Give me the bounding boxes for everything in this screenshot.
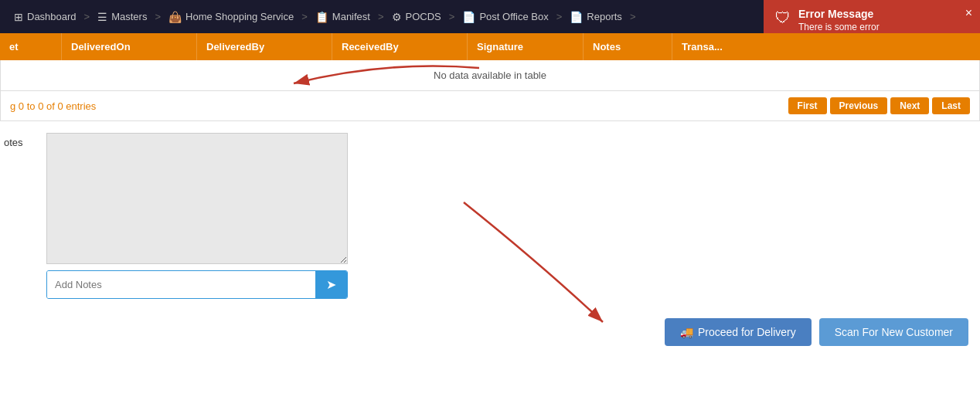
notes-label-text: otes [4,137,23,148]
nav-label-reports: Reports [587,11,622,22]
nav-sep-4: > [376,11,386,22]
manifest-icon: 📋 [315,11,328,23]
action-container: 🚚 Proceed for Delivery Scan For New Cust… [0,310,980,361]
nav-item-post-office[interactable]: 📄 Post Office Box [456,0,554,33]
notes-content-area: ➤ [46,133,348,299]
bag-icon: 👜 [168,11,182,23]
nav-item-home-shopping[interactable]: 👜 Home Shopping Service [162,0,300,33]
nav-sep-3: > [300,11,309,22]
notes-section: otes ➤ [0,121,980,310]
last-button[interactable]: Last [932,97,970,114]
nav-item-pocds[interactable]: ⚙ POCDS [386,0,447,33]
nav-label-home-shopping: Home Shopping Service [185,11,294,22]
error-description: There is some error [798,22,880,32]
notes-input-row: ➤ [46,270,348,299]
col-transaction: Transa... [672,33,980,60]
nav-sep-1: > [83,11,92,22]
col-notes: Notes [584,33,672,60]
col-deliveredby: DeliveredBy [197,33,332,60]
table-empty-message: No data available in table [0,60,980,91]
error-text-container: Error Message There is some error [798,8,880,32]
notes-label: otes [4,133,35,148]
error-close-button[interactable]: × [965,6,972,20]
proceed-delivery-label: Proceed for Delivery [698,326,796,338]
scan-new-customer-button[interactable]: Scan For New Customer [819,318,968,346]
nav-item-masters[interactable]: ☰ Masters [91,0,153,33]
col-receivedby: ReceivedBy [332,33,468,60]
nav-item-dashboard[interactable]: ⊞ Dashboard [8,0,83,33]
error-title: Error Message [798,8,880,20]
col-et: et [0,33,62,60]
notes-input[interactable] [47,271,315,298]
nav-sep-5: > [447,11,457,22]
nav-sep-2: > [153,11,162,22]
nav-label-post-office: Post Office Box [479,11,548,22]
table-header: et DeliveredOn DeliveredBy ReceivedBy Si… [0,33,980,60]
error-message-box: 🛡 Error Message There is some error × [764,0,980,33]
pagination-bar: g 0 to 0 of 0 entries First Previous Nex… [0,91,980,121]
notes-send-button[interactable]: ➤ [315,271,347,298]
nav-label-dashboard: Dashboard [27,11,77,22]
nav-item-manifest[interactable]: 📋 Manifest [309,0,376,33]
no-data-text: No data available in table [434,70,546,81]
action-area: 🚚 Proceed for Delivery Scan For New Cust… [0,310,980,361]
nav-label-masters: Masters [111,11,147,22]
next-button[interactable]: Next [890,97,929,114]
notes-textarea[interactable] [46,133,348,264]
navbar: ⊞ Dashboard > ☰ Masters > 👜 Home Shoppin… [0,0,980,33]
truck-icon: 🚚 [680,326,693,338]
nav-label-manifest: Manifest [332,11,370,22]
masters-icon: ☰ [97,11,107,23]
col-signature: Signature [468,33,584,60]
table-area: No data available in table [0,60,980,91]
send-icon: ➤ [326,278,336,291]
nav-sep-7: > [628,11,638,22]
previous-button[interactable]: Previous [830,97,888,114]
post-office-icon: 📄 [462,11,475,23]
pocds-icon: ⚙ [392,11,402,23]
dashboard-icon: ⊞ [14,11,23,23]
col-deliveredon: DeliveredOn [62,33,197,60]
nav-item-reports[interactable]: 📄 Reports [563,0,628,33]
reports-icon: 📄 [570,11,583,23]
entries-info: g 0 to 0 of 0 entries [10,100,96,112]
shield-icon: 🛡 [775,9,791,27]
first-button[interactable]: First [788,97,827,114]
nav-sep-6: > [555,11,564,22]
pagination-buttons: First Previous Next Last [788,97,970,114]
proceed-delivery-button[interactable]: 🚚 Proceed for Delivery [665,318,812,346]
nav-label-pocds: POCDS [406,11,441,22]
